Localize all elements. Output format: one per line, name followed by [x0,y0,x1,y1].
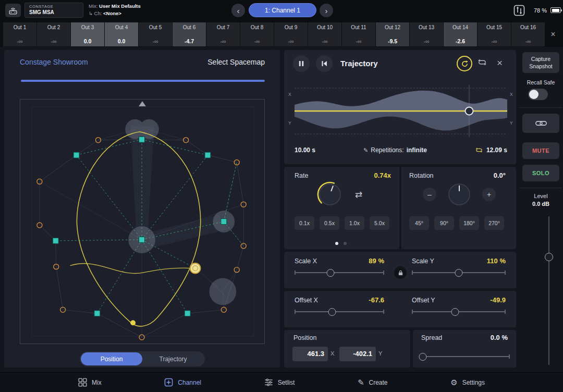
solo-button[interactable]: SOLO [522,165,559,181]
slider-thumb[interactable] [451,308,459,316]
rotation-knob[interactable] [446,181,473,208]
output-meter[interactable]: Out 12-9.5 [376,22,409,46]
repeat-button[interactable] [477,58,487,68]
device-info[interactable]: CONSTAGE SMG MSA [25,3,83,18]
battery-fill [552,9,559,12]
rotation-preset-270[interactable]: 270° [484,216,504,230]
output-value: -4.7 [185,38,194,44]
output-meter[interactable]: Out 30.0 [71,22,104,46]
rate-preset-5[interactable]: 5.0x [370,216,389,230]
prev-channel-button[interactable]: ‹ [231,4,245,17]
nav-channel[interactable]: Channel [164,378,201,387]
output-meter[interactable]: Out 40.0 [105,22,138,46]
next-channel-button[interactable]: › [320,4,333,17]
recall-safe-toggle[interactable] [528,89,548,100]
channel-select-pill[interactable]: 1: Channel 1 [249,3,316,17]
scale-y-value: 110 % [467,257,506,265]
output-value: -∞ [322,38,328,44]
pause-button[interactable] [293,55,310,72]
output-label: Out 10 [317,24,333,30]
offset-y-slider[interactable] [412,308,506,316]
output-meter[interactable]: Out 2-∞ [37,22,70,46]
link-button[interactable] [522,114,559,133]
repetitions-control[interactable]: ✎ Repetitions: infinite [363,146,427,154]
trajectory-card: Trajectory × [284,50,516,164]
scale-y-slider[interactable] [412,268,506,277]
slider-thumb[interactable] [326,269,334,277]
nav-label: Mix [92,379,102,386]
capture-snapshot-button[interactable]: CaptureSnapshot [522,52,559,73]
output-meter[interactable]: Out 9-∞ [274,22,308,46]
position-x-field[interactable]: 461.3 [292,347,328,361]
output-label: Out 15 [486,24,502,30]
close-meter-row-button[interactable]: × [545,22,561,46]
rotation-preset-90[interactable]: 90° [434,216,454,230]
skip-to-start-button[interactable] [316,55,333,72]
pager-dot-active[interactable] [335,242,338,245]
position-label: Position [293,334,316,341]
mix-line: Mix: User Mix Defaults [89,3,141,10]
output-meter[interactable]: Out 8-∞ [240,22,274,46]
offset-x-slider[interactable] [295,308,384,316]
output-meter[interactable]: Out 14-2.6 [444,22,477,46]
level-fader[interactable] [545,216,554,365]
output-meter[interactable]: Out 11-∞ [342,22,375,46]
nav-settings[interactable]: ⚙ Settings [450,378,485,386]
rotation-preset-180[interactable]: 180° [459,216,479,230]
output-value: -2.6 [456,38,465,44]
repetitions-label: Repetitions: [371,146,403,154]
rotation-minus-button[interactable]: – [423,188,436,201]
output-label: Out 14 [452,24,468,30]
output-meter[interactable]: Out 13-∞ [410,22,443,46]
battery-icon [550,7,561,13]
tab-trajectory[interactable]: Trajectory [142,352,204,365]
spacemap-view[interactable] [20,99,265,344]
select-spacemap-button[interactable]: Select Spacemap [207,58,265,66]
trajectory-timeline[interactable] [295,85,507,137]
offset-card: Offset X -67.6 Offset Y -49.9 [284,291,516,327]
nav-create[interactable]: ✎ Create [358,378,388,386]
nav-label: Settings [462,379,485,386]
rate-direction-button[interactable]: ⇄ [351,189,366,200]
output-meter[interactable]: Out 15-∞ [478,22,511,46]
nav-mix[interactable]: Mix [78,378,102,387]
output-meter[interactable]: Out 7-∞ [206,22,240,46]
output-label: Out 2 [47,24,60,30]
nav-setlist[interactable]: Setlist [264,378,295,387]
loop-mode-button[interactable] [457,56,472,71]
rate-preset-05[interactable]: 0.5x [320,216,339,230]
scale-link-lock-button[interactable] [394,266,407,279]
rate-preset-1[interactable]: 1.0x [345,216,364,230]
output-meter[interactable]: Out 16-∞ [511,22,545,46]
fader-thumb[interactable] [545,253,553,261]
rate-preset-01[interactable]: 0.1x [295,216,314,230]
output-meter[interactable]: Out 6-4.7 [173,22,206,46]
axis-x-label: X [288,92,291,97]
tab-position[interactable]: Position [81,352,142,365]
scale-x-slider[interactable] [295,268,384,277]
slider-thumb[interactable] [328,308,336,316]
slider-thumb[interactable] [455,269,463,277]
rotation-preset-45[interactable]: 45° [409,216,429,230]
output-meter[interactable]: Out 5-∞ [139,22,172,46]
slider-thumb[interactable] [419,353,427,361]
pager-dot[interactable] [344,242,347,245]
offset-x-label: Offset X [295,297,318,304]
mute-button[interactable]: MUTE [522,142,559,159]
output-label: Out 8 [251,24,263,30]
spread-slider[interactable] [420,352,510,361]
close-trajectory-button[interactable]: × [497,58,503,68]
output-label: Out 9 [285,24,297,30]
output-meter[interactable]: Out 1-∞ [3,22,36,46]
rotation-plus-button[interactable]: + [482,188,496,201]
rotate-icon [461,60,469,68]
output-meter[interactable]: Out 10-∞ [308,22,341,46]
device-button[interactable] [5,4,21,17]
nav-label: Channel [178,379,201,386]
rate-knob[interactable] [316,181,344,208]
spread-label: Spread [421,334,442,341]
slider-track [295,272,384,273]
position-y-field[interactable]: -402.1 [339,347,376,361]
mix-value: User Mix Defaults [99,3,141,9]
patch-button[interactable] [513,4,525,19]
